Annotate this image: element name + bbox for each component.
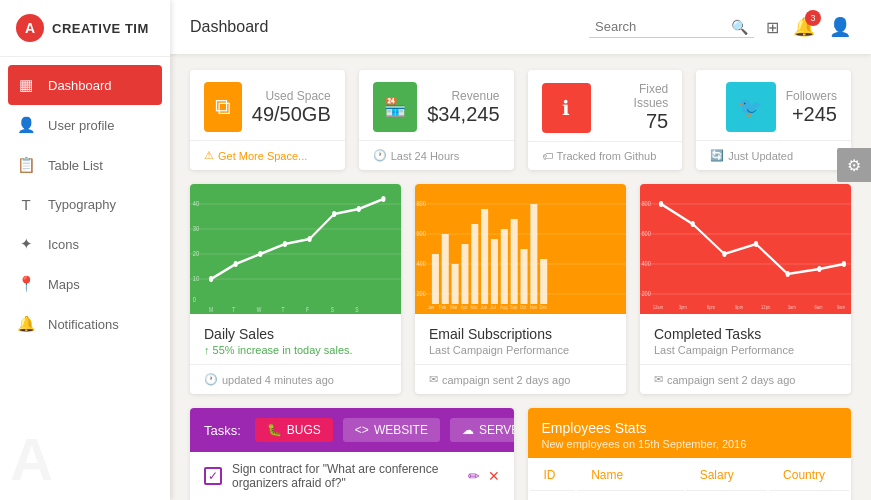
bug-icon: 🐛 (267, 423, 282, 437)
svg-point-14 (332, 211, 336, 217)
stat-cards: ⧉ Used Space 49/50GB ⚠ Get More Space...… (190, 70, 851, 170)
task-item: ✓ Sign contract for "What are conference… (190, 452, 514, 500)
svg-point-10 (234, 261, 238, 267)
daily-sales-footer: 🕐 updated 4 minutes ago (190, 364, 401, 394)
svg-text:200: 200 (416, 289, 426, 297)
chart-cards: 40 30 20 10 0 (190, 184, 851, 394)
server-tab-label: SERVER (479, 423, 514, 437)
svg-text:M: M (209, 306, 213, 313)
col-name: Name (577, 460, 684, 491)
server-tab[interactable]: ☁ SERVER (450, 418, 514, 442)
warning-icon: ⚠ (204, 149, 214, 162)
revenue-value: $34,245 (427, 103, 499, 126)
nav-icon-typography: T (16, 196, 36, 213)
refresh-icon: 🔄 (710, 149, 724, 162)
sidebar-item-dashboard[interactable]: ▦Dashboard (8, 65, 162, 105)
svg-text:Mai: Mai (471, 303, 478, 310)
svg-text:Jan: Jan (428, 303, 435, 310)
svg-text:0: 0 (193, 295, 196, 303)
sidebar-item-table-list[interactable]: 📋Table List (0, 145, 170, 185)
svg-text:S: S (355, 306, 358, 313)
mail-icon-2: ✉ (654, 373, 663, 386)
svg-point-70 (842, 261, 846, 267)
grid-icon[interactable]: ⊞ (766, 18, 779, 37)
notification-badge: 3 (805, 10, 821, 26)
svg-text:40: 40 (193, 199, 199, 207)
bottom-row: Tasks: 🐛 BUGS <> WEBSITE ☁ SERVER (190, 408, 851, 500)
main-area: Dashboard 🔍 ⊞ 🔔 3 👤 ⧉ Used Space (170, 0, 871, 500)
chart-email-subs: 800 600 400 200 (415, 184, 626, 394)
sidebar-item-maps[interactable]: 📍Maps (0, 264, 170, 304)
search-box[interactable]: 🔍 (589, 17, 754, 38)
svg-rect-35 (461, 244, 468, 304)
col-country: Country (769, 460, 849, 491)
svg-point-16 (381, 196, 385, 202)
svg-text:20: 20 (193, 249, 199, 257)
svg-text:Jun: Jun (480, 303, 487, 310)
sidebar-item-user-profile[interactable]: 👤User profile (0, 105, 170, 145)
svg-text:30: 30 (193, 224, 199, 232)
daily-sales-footer-text: updated 4 minutes ago (222, 374, 334, 386)
code-icon: <> (355, 423, 369, 437)
tasks-tabs: Tasks: 🐛 BUGS <> WEBSITE ☁ SERVER (190, 408, 514, 452)
svg-text:T: T (232, 306, 235, 313)
svg-point-11 (258, 251, 262, 257)
svg-point-9 (209, 276, 213, 282)
bugs-tab[interactable]: 🐛 BUGS (255, 418, 333, 442)
svg-point-66 (722, 251, 726, 257)
email-subs-footer: ✉ campaign sent 2 days ago (415, 364, 626, 394)
row-id: 1 (530, 493, 576, 500)
website-tab[interactable]: <> WEBSITE (343, 418, 440, 442)
svg-text:800: 800 (641, 199, 651, 207)
svg-text:400: 400 (416, 259, 426, 267)
svg-text:200: 200 (641, 289, 651, 297)
email-subs-subtitle: Last Campaign Performance (429, 344, 612, 356)
nav-label-dashboard: Dashboard (48, 78, 112, 93)
nav-label-user-profile: User profile (48, 118, 114, 133)
settings-button[interactable]: ⚙ (837, 148, 871, 182)
space-icon: ⧉ (204, 82, 242, 132)
sidebar-item-icons[interactable]: ✦Icons (0, 224, 170, 264)
header: Dashboard 🔍 ⊞ 🔔 3 👤 (170, 0, 871, 54)
svg-rect-41 (521, 249, 528, 304)
space-footer[interactable]: Get More Space... (218, 150, 307, 162)
svg-text:9pm: 9pm (735, 303, 743, 310)
svg-text:T: T (281, 306, 284, 313)
svg-rect-38 (491, 239, 498, 304)
daily-sales-info: Daily Sales ↑ 55% increase in today sale… (190, 314, 401, 364)
svg-text:Aug: Aug (500, 303, 508, 310)
notifications-button[interactable]: 🔔 3 (793, 16, 815, 38)
daily-sales-subtitle: ↑ 55% increase in today sales. (204, 344, 387, 356)
user-avatar-icon[interactable]: 👤 (829, 16, 851, 38)
completed-tasks-footer: ✉ campaign sent 2 days ago (640, 364, 851, 394)
svg-text:W: W (257, 306, 262, 313)
sidebar-item-notifications[interactable]: 🔔Notifications (0, 304, 170, 344)
search-icon[interactable]: 🔍 (731, 19, 748, 35)
search-input[interactable] (595, 19, 725, 34)
sidebar-nav: ▦Dashboard👤User profile📋Table ListTTypog… (0, 57, 170, 500)
issues-label: Fixed Issues (601, 82, 668, 110)
employees-table: ID Name Salary Country 1 Dakota Rice $36… (528, 458, 852, 500)
employees-header: Employees Stats New employees on 15th Se… (528, 408, 852, 458)
content: ⧉ Used Space 49/50GB ⚠ Get More Space...… (170, 54, 871, 500)
svg-rect-42 (530, 204, 537, 304)
svg-text:3pm: 3pm (679, 303, 687, 310)
nav-icon-notifications: 🔔 (16, 315, 36, 333)
employees-title: Employees Stats (542, 420, 838, 436)
svg-text:6pm: 6pm (707, 303, 715, 310)
tag-icon: 🏷 (542, 150, 553, 162)
delete-icon[interactable]: ✕ (488, 468, 500, 484)
employees-card: Employees Stats New employees on 15th Se… (528, 408, 852, 500)
sidebar-logo: A CREATIVE TIM (0, 0, 170, 57)
task-checkbox[interactable]: ✓ (204, 467, 222, 485)
brand-name: CREATIVE TIM (52, 21, 149, 36)
nav-icon-table-list: 📋 (16, 156, 36, 174)
task-text: Sign contract for "What are conference o… (232, 462, 458, 490)
svg-point-68 (786, 271, 790, 277)
sidebar-item-typography[interactable]: TTypography (0, 185, 170, 224)
edit-icon[interactable]: ✏ (468, 468, 480, 484)
svg-rect-40 (511, 219, 518, 304)
revenue-label: Revenue (427, 89, 499, 103)
completed-tasks-footer-text: campaign sent 2 days ago (667, 374, 795, 386)
completed-tasks-chart: 800 600 400 200 12am (640, 184, 851, 314)
